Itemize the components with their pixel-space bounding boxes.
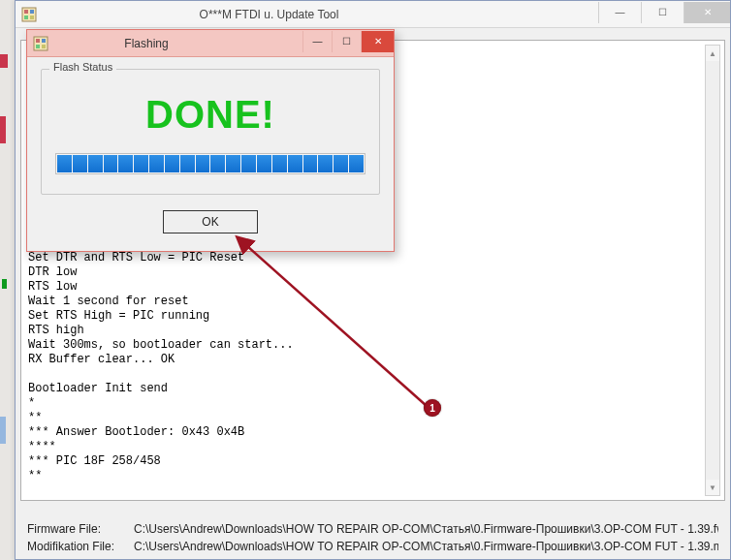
- modification-file-path: C:\Users\Andrew\Downloads\HOW TO REPAIR …: [134, 540, 718, 553]
- modification-file-label: Modifikation File:: [27, 540, 134, 553]
- decoration: [2, 279, 7, 289]
- main-window-title: O***M FTDI u. Update Tool: [0, 8, 598, 21]
- main-titlebar[interactable]: O***M FTDI u. Update Tool — ☐ ✕: [16, 1, 730, 28]
- annotation-marker-1: 1: [424, 399, 441, 417]
- dialog-minimize-button[interactable]: —: [302, 31, 332, 52]
- vertical-scrollbar[interactable]: ▲ ▼: [705, 45, 720, 496]
- flash-status-groupbox: Flash Status DONE!: [41, 69, 380, 195]
- decoration: [0, 417, 6, 444]
- footer-area: Firmware File: C:\Users\Andrew\Downloads…: [16, 518, 730, 553]
- firmware-file-label: Firmware File:: [27, 522, 134, 536]
- close-button[interactable]: ✕: [683, 2, 730, 23]
- groupbox-legend: Flash Status: [49, 61, 116, 73]
- maximize-button[interactable]: ☐: [641, 2, 683, 23]
- flashing-dialog: Flashing — ☐ ✕ Flash Status DONE! OK: [26, 29, 395, 252]
- decoration: [0, 54, 8, 68]
- dialog-title: Flashing: [0, 37, 302, 50]
- main-window-controls: — ☐ ✕: [598, 2, 730, 23]
- scroll-up-icon[interactable]: ▲: [706, 46, 719, 61]
- background-windows-sliver: [0, 0, 15, 560]
- dialog-close-button[interactable]: ✕: [361, 31, 394, 52]
- firmware-file-path: C:\Users\Andrew\Downloads\HOW TO REPAIR …: [134, 522, 718, 536]
- scroll-down-icon[interactable]: ▼: [706, 480, 719, 495]
- ok-button[interactable]: OK: [163, 210, 258, 233]
- decoration: [0, 116, 6, 143]
- minimize-button[interactable]: —: [598, 2, 641, 23]
- progress-bar: [55, 153, 366, 174]
- done-status-text: DONE!: [42, 93, 379, 137]
- dialog-titlebar[interactable]: Flashing — ☐ ✕: [27, 30, 394, 57]
- dialog-maximize-button[interactable]: ☐: [332, 31, 361, 52]
- dialog-window-controls: — ☐ ✕: [302, 31, 394, 52]
